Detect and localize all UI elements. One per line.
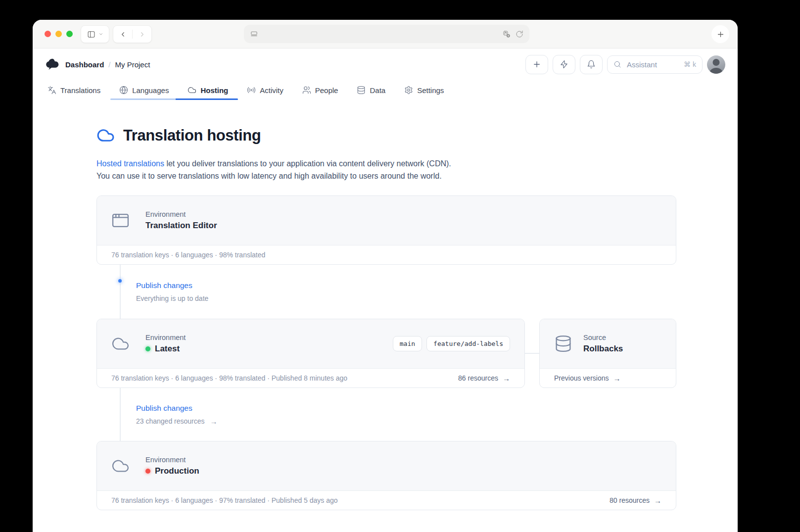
close-window-button[interactable] [45, 31, 51, 37]
resources-link[interactable]: 86 resources → [458, 374, 510, 383]
tab-label: Settings [417, 86, 444, 95]
assistant-shortcut: ⌘ k [684, 60, 696, 68]
browser-toolbar [33, 20, 738, 48]
new-tab-button[interactable] [711, 25, 729, 43]
header-actions: ⌘ k [525, 55, 725, 74]
environment-card-production: Environment Production 76 translation ke… [96, 441, 676, 510]
card-body: Environment Production [97, 441, 676, 491]
branch-badges: main feature/add-labels [393, 336, 510, 351]
tab-activity[interactable]: Activity [240, 80, 290, 100]
app-window-icon [111, 211, 130, 230]
card-footer: 76 translation keys · 6 languages · 97% … [97, 491, 676, 510]
publish-changes-link[interactable]: Publish changes [136, 281, 676, 290]
quick-actions-button[interactable] [553, 55, 575, 74]
resources-link[interactable]: 80 resources → [610, 496, 661, 505]
card-footer: 76 translation keys · 6 languages · 98% … [97, 369, 524, 387]
arrow-right-icon: → [210, 417, 218, 426]
tab-people[interactable]: People [295, 80, 345, 100]
address-bar[interactable] [244, 25, 529, 43]
users-icon [302, 86, 311, 95]
source-card-rollbacks: Source Rollbacks Previous versions → [539, 319, 676, 388]
flow-connector-dot [118, 279, 122, 283]
zoom-window-button[interactable] [66, 31, 73, 37]
environment-name: Production [145, 466, 199, 476]
user-avatar[interactable] [707, 55, 725, 74]
breadcrumb: Dashboard / My Project [65, 60, 150, 69]
chevron-left-icon [119, 31, 127, 38]
reload-icon[interactable] [516, 30, 523, 38]
arrow-right-icon: → [613, 374, 621, 383]
radio-icon [247, 86, 256, 95]
status-dot-red [145, 469, 150, 474]
gear-icon [404, 86, 413, 95]
breadcrumb-separator: / [108, 60, 110, 69]
sidebar-toggle-button[interactable] [81, 25, 109, 43]
translate-page-icon[interactable] [503, 30, 511, 38]
hosted-translations-link[interactable]: Hosted translations [96, 159, 164, 168]
breadcrumb-dashboard[interactable]: Dashboard [65, 60, 104, 69]
browser-window: Dashboard / My Project [33, 20, 738, 532]
forward-button[interactable] [133, 26, 151, 43]
resources-text: 80 resources [610, 496, 650, 504]
source-kind-label: Source [583, 334, 623, 341]
arrow-right-icon: → [503, 374, 510, 383]
notifications-button[interactable] [580, 55, 603, 74]
tab-translations[interactable]: Translations [41, 80, 107, 100]
environment-card-latest: Environment Latest main feature/add-labe… [96, 319, 525, 388]
tab-label: Translations [60, 86, 100, 95]
changed-resources-text[interactable]: 23 changed resources [136, 417, 205, 425]
flow-connector-horizontal [525, 353, 539, 354]
previous-versions-text: Previous versions [554, 374, 609, 382]
minimize-window-button[interactable] [55, 31, 62, 37]
plus-icon [716, 30, 725, 39]
add-button[interactable] [525, 55, 548, 74]
publish-status: 23 changed resources → [136, 417, 676, 426]
breadcrumb-project[interactable]: My Project [115, 60, 150, 69]
tab-label: Data [370, 86, 385, 95]
app-logo-icon[interactable] [45, 58, 60, 71]
urlbar-right-icons [503, 30, 523, 38]
card-footer: Previous versions → [540, 369, 676, 387]
page-title: Translation hosting [96, 126, 676, 145]
environment-kind-label: Environment [145, 456, 199, 464]
bell-icon [587, 60, 596, 69]
page-intro: Hosted translations let you deliver tran… [96, 158, 676, 182]
translate-icon [47, 86, 56, 95]
arrow-right-icon: → [654, 496, 661, 505]
card-footer: 76 translation keys · 6 languages · 98% … [97, 245, 676, 264]
sidebar-icon [87, 30, 95, 39]
tab-settings[interactable]: Settings [397, 80, 451, 100]
card-body: Environment Translation Editor [97, 196, 676, 245]
cloud-icon [111, 457, 130, 475]
tab-label: People [315, 86, 338, 95]
branch-badge-feature: feature/add-labels [426, 336, 510, 351]
page-title-text: Translation hosting [123, 127, 261, 145]
assistant-search[interactable]: ⌘ k [607, 55, 703, 74]
publish-changes-link[interactable]: Publish changes [136, 404, 676, 413]
cloud-icon [188, 86, 196, 95]
tab-hosting[interactable]: Hosting [181, 80, 235, 100]
assistant-input[interactable] [626, 60, 679, 69]
environment-name: Latest [145, 344, 186, 354]
previous-versions-link[interactable]: Previous versions → [554, 374, 621, 383]
latest-row: Environment Latest main feature/add-labe… [96, 319, 676, 388]
globe-icon [119, 86, 128, 95]
environment-meta: 76 translation keys · 6 languages · 98% … [111, 251, 265, 259]
tab-languages[interactable]: Languages [112, 80, 176, 100]
reader-mode-icon[interactable] [250, 30, 258, 38]
card-text: Environment Production [145, 456, 199, 476]
environment-name-text: Latest [155, 344, 180, 354]
lightning-icon [560, 60, 568, 69]
source-name: Rollbacks [583, 344, 623, 354]
environment-name-text: Production [155, 466, 199, 476]
tab-data[interactable]: Data [350, 80, 392, 100]
branch-badge-main: main [393, 336, 422, 351]
tab-label: Activity [260, 86, 283, 95]
publish-status: Everything is up to date [136, 294, 676, 302]
environment-kind-label: Environment [145, 210, 217, 218]
back-button[interactable] [113, 26, 132, 43]
chevron-down-icon [98, 32, 103, 37]
app-header: Dashboard / My Project [33, 48, 738, 80]
card-body: Environment Latest main feature/add-labe… [97, 319, 524, 369]
plus-icon [532, 60, 541, 69]
